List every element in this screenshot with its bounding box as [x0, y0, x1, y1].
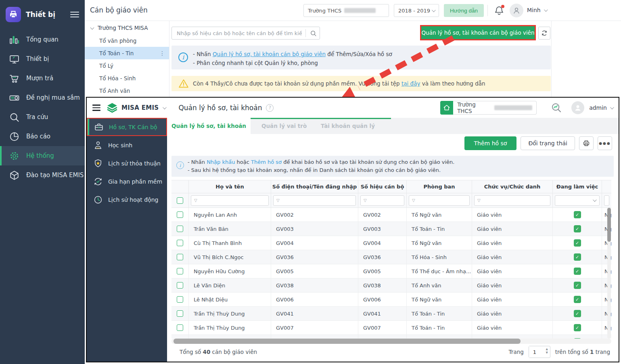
briefcase-icon — [94, 122, 104, 132]
table-row[interactable]: Lê Văn DiệnGV038GV038Tổ Anh vănGiáo viên… — [171, 278, 611, 293]
tree-item-2[interactable]: Tổ Lý — [85, 59, 169, 72]
table-header-col-0[interactable]: Họ và tên — [189, 180, 271, 193]
add-record-link[interactable]: Thêm hồ sơ — [251, 159, 282, 165]
row-checkbox[interactable] — [177, 282, 183, 289]
screen: Thiết bị Tổng quanThiết bịMượn trảĐề ngh… — [0, 0, 621, 364]
page-input[interactable] — [529, 346, 543, 358]
working-filter-select[interactable] — [555, 195, 600, 206]
user-avatar[interactable] — [510, 4, 523, 17]
table-row[interactable]: Lê Nhật DiệuGV006GV006Tổ Ngữ vănGiáo viê… — [171, 293, 611, 307]
sidebar-item-1[interactable]: Thiết bị — [0, 49, 85, 69]
tree-item-4[interactable]: Tổ Anh văn — [85, 84, 169, 97]
table-header-col-5[interactable]: Đang làm việc — [553, 180, 602, 193]
page-up-icon[interactable]: ▲ — [546, 347, 548, 351]
brand-name[interactable]: MISA EMIS — [121, 104, 159, 111]
home-icon[interactable] — [440, 101, 453, 115]
search-input[interactable] — [171, 27, 320, 40]
row-checkbox[interactable] — [177, 324, 183, 331]
refresh-button[interactable] — [538, 27, 550, 40]
vertical-scrollbar[interactable] — [607, 208, 611, 242]
import-link[interactable]: Nhập khẩu — [207, 159, 235, 165]
table-row[interactable]: Trần Thị Thuỳ DungGV041GV041Tổ Toán - Ti… — [171, 307, 611, 321]
filter-input-4[interactable]: ▽ — [474, 195, 550, 206]
row-checkbox[interactable] — [177, 268, 183, 274]
filter-input-3[interactable]: ▽ — [409, 195, 470, 206]
tab-0[interactable]: Quản lý hồ sơ, tài khoản — [167, 118, 251, 134]
sidebar-item-6[interactable]: Hệ thống — [0, 146, 85, 165]
analytics-search-icon[interactable] — [550, 102, 562, 114]
filter-input-0[interactable]: ▽ — [191, 195, 269, 206]
notification-bell-icon[interactable] — [493, 5, 505, 16]
help-question-icon[interactable]: ? — [266, 104, 274, 112]
tab-2[interactable]: Tài khoản quản lý — [321, 118, 375, 134]
sidebar-item-7[interactable]: Đào tạo MISA EMIS — [0, 165, 85, 185]
table-row[interactable]: Nguyễn Hữu CườngGV005GV005Tổ Thể dục - Â… — [171, 264, 611, 278]
row-checkbox[interactable] — [177, 254, 183, 260]
hamburger-menu-icon[interactable] — [92, 105, 100, 111]
table-row[interactable]: Trần Thị Thùy DungGV007GV007Tổ Toán - Ti… — [171, 321, 611, 335]
sidebar-item-5[interactable]: Báo cáo — [0, 127, 85, 146]
modal-info-line-2: - Sau khi hệ thống tạo tài khoản xong, n… — [188, 166, 610, 174]
change-status-button[interactable]: Đổi trạng thái — [521, 136, 575, 150]
admin-user-menu[interactable]: admin — [589, 105, 613, 111]
add-record-button[interactable]: Thêm hồ sơ — [464, 136, 517, 150]
modal-sidebar-item-0[interactable]: Hồ sơ, TK Cán bộ — [87, 118, 167, 136]
school-year-selector[interactable]: 2018 - 2019 — [394, 4, 439, 17]
modal-sidebar-item-4[interactable]: Lịch sử hoạt động — [87, 190, 167, 209]
school-selector[interactable]: Trường THCS — [453, 101, 537, 115]
manage-accounts-button[interactable]: Quản lý hồ sơ, tài khoản cán bộ giáo viê… — [421, 26, 535, 39]
working-check-badge: ✓ — [574, 225, 581, 232]
page-down-icon[interactable]: ▼ — [546, 351, 548, 354]
sidebar-item-label: Đào tạo MISA EMIS — [26, 172, 84, 179]
table-row[interactable]: Nguyễn Lan AnhGV002GV002Tổ Ngữ vănGiáo v… — [171, 208, 611, 222]
admin-avatar[interactable] — [571, 101, 584, 114]
download-here-link[interactable]: tại đây — [401, 80, 420, 87]
tree-item-3[interactable]: Tổ Hóa - Sinh — [85, 72, 169, 84]
filter-input-2[interactable]: ▽ — [360, 195, 404, 206]
sidebar-item-4[interactable]: Tra cứu — [0, 107, 85, 127]
tab-1[interactable]: Quản lý vai trò — [261, 118, 307, 134]
modal-sidebar-item-2[interactable]: Lịch sử thỏa thuận — [87, 154, 167, 172]
modal-sidebar-item-3[interactable]: Gia hạn phần mềm — [87, 172, 167, 190]
table-header-col-1[interactable]: Số điện thoại/Tên đăng nhập — [271, 180, 358, 193]
tree-item-1[interactable]: Tổ Toán - Tin⋮ — [85, 47, 169, 59]
filter-input-partial[interactable] — [604, 195, 609, 206]
school-year-value: 2018 - 2019 — [398, 8, 430, 14]
modal-sidebar-item-1[interactable]: Học sinh — [87, 136, 167, 154]
help-button[interactable]: Hướng dẫn — [444, 4, 484, 17]
sidebar-item-0[interactable]: Tổng quan — [0, 30, 85, 49]
manage-accounts-link[interactable]: Quản lý hồ sơ, tài khoản cán bộ giáo viê… — [213, 51, 326, 57]
horizontal-scrollbar[interactable] — [174, 339, 521, 344]
table-header-col-4[interactable]: Chức vụ/Chức danh — [472, 180, 553, 193]
filter-input-1[interactable]: ▽ — [273, 195, 356, 206]
cell-dept: Tổ Thể dục - Âm nhạ... — [407, 264, 472, 278]
print-button[interactable] — [579, 136, 594, 150]
school-selector[interactable]: Trường THCS — [303, 4, 389, 17]
more-options-button[interactable]: ●●● — [598, 136, 612, 150]
row-select-cell — [171, 307, 189, 320]
table-row[interactable]: Cù Thị Thanh BìnhGV004GV004Tổ Ngữ vănGiá… — [171, 236, 611, 250]
row-checkbox[interactable] — [177, 226, 183, 232]
sidebar-item-3[interactable]: Đề nghị mua sắm — [0, 88, 85, 107]
row-checkbox[interactable] — [177, 296, 183, 303]
row-checkbox[interactable] — [177, 310, 183, 317]
hamburger-menu-icon[interactable] — [70, 12, 79, 17]
tree-root-school[interactable]: Trường THCS MISA — [85, 21, 169, 34]
table-row[interactable]: Trần Văn BảnGV003GV003Tổ Toán - TinGiáo … — [171, 222, 611, 236]
row-checkbox[interactable] — [177, 240, 183, 246]
sidebar-item-label: Hệ thống — [26, 152, 54, 159]
row-checkbox[interactable] — [177, 211, 183, 218]
table-row[interactable]: Vũ Thị Bích C.NgọcGV036GV036Tổ Hóa - Sin… — [171, 250, 611, 264]
user-name-label: Minh — [527, 7, 541, 13]
kebab-menu-icon[interactable]: ⋮ — [159, 50, 165, 56]
sidebar-item-2[interactable]: Mượn trả — [0, 69, 85, 88]
user-menu[interactable]: Minh — [527, 7, 547, 13]
tree-item-0[interactable]: Tổ văn phòng — [85, 34, 169, 47]
cell-name: Trần Văn Bản — [189, 222, 271, 236]
table-row[interactable]: Hoàng Thị HàGV008GV008Tổ Ngữ vănGiáo viê… — [171, 335, 611, 339]
cell-code: GV041 — [358, 307, 407, 320]
table-header-col-3[interactable]: Phòng ban — [407, 180, 472, 193]
search-icon[interactable] — [305, 29, 317, 37]
select-all-checkbox[interactable] — [177, 197, 183, 204]
table-header-col-2[interactable]: Số hiệu cán bộ — [358, 180, 407, 193]
